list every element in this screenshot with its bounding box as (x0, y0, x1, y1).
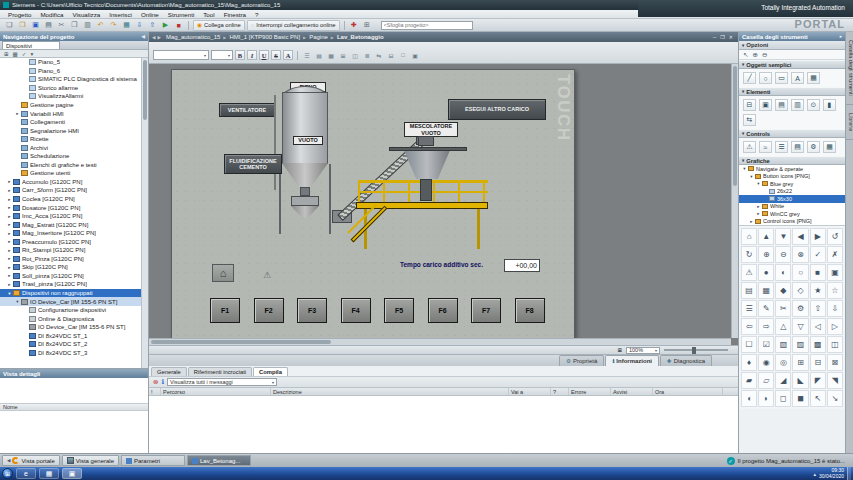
editor-restore-icon[interactable]: ❐ (720, 34, 724, 40)
toolbar-icon[interactable]: ▶ (160, 20, 171, 31)
graphic-thumbnail[interactable]: ◖ (741, 390, 757, 407)
tool-icon[interactable]: ⚠ (743, 141, 756, 153)
tempo-carico-io-field[interactable]: +00,00 (504, 259, 540, 272)
tree-toolbar-icon[interactable]: ▦ (13, 51, 18, 57)
toolbar-icon[interactable]: ▣ (30, 20, 41, 31)
project-search-input[interactable] (381, 21, 473, 30)
toolbar-icon[interactable]: ❒ (69, 20, 80, 31)
expand-arrow-icon[interactable]: ▸ (6, 214, 13, 219)
vista-portale-button[interactable]: ◀ Vista portale (2, 455, 60, 466)
ventilatore-button[interactable]: VENTILATORE (219, 103, 275, 117)
format-tool-icon[interactable]: ⊞ (338, 50, 348, 60)
tool-icon[interactable]: ⊙ (807, 99, 820, 111)
screen-editor-canvas[interactable]: TOUCH VENTILATORE PIENO VUOTO FLUIDIFICA… (149, 64, 738, 345)
function-key-button[interactable]: F3 (297, 298, 327, 323)
toolbar-icon[interactable]: ❐ (17, 20, 28, 31)
tree-item[interactable]: ▸ Carr_Sform [G120C PN] (0, 186, 142, 195)
graphics-tree-item[interactable]: 36x30 (739, 195, 845, 203)
menu-item[interactable]: Finestra (220, 11, 250, 18)
toolbar-icon[interactable]: ❏ (4, 20, 15, 31)
go-online-button[interactable]: ◉ Collega online (193, 20, 245, 31)
graphic-thumbnail[interactable]: ☑ (758, 336, 774, 353)
graphic-thumbnail[interactable]: ♦ (741, 354, 757, 371)
editor-minimize-icon[interactable]: ─ (713, 34, 717, 40)
home-button[interactable]: ⌂ (212, 264, 234, 282)
filter-icon[interactable]: ℹ (161, 378, 163, 386)
scrollbar-thumb[interactable] (151, 340, 331, 344)
tool-icon[interactable]: ╱ (743, 72, 756, 84)
inspector-tab[interactable]: ✚ Diagnostica (660, 355, 712, 366)
taskbar-app-button[interactable]: ▣ (62, 468, 82, 479)
menu-item[interactable]: Visualizza (68, 11, 104, 18)
tool-icon[interactable]: ▦ (823, 141, 836, 153)
expand-arrow-icon[interactable]: ▸ (6, 256, 13, 261)
collapse-right-icon[interactable]: ▸ (840, 34, 842, 39)
breadcrumb-item[interactable]: Lav_Betonaggio (336, 34, 385, 40)
section-grafiche[interactable]: ▾ Grafiche (739, 156, 845, 165)
graphics-tree-item[interactable]: ▾ Button icons [PNG] (739, 173, 845, 181)
tree-item[interactable]: ▸ Accumulo [G120C PN] (0, 178, 142, 187)
expand-arrow-icon[interactable]: ▸ (6, 179, 13, 184)
format-tool-icon[interactable]: ☰ (302, 50, 312, 60)
toolbar-icon[interactable]: ↷ (108, 20, 119, 31)
fluidificazione-button[interactable]: FLUIDIFICAZIONE CEMENTO (224, 154, 282, 174)
graphic-thumbnail[interactable]: ▤ (741, 282, 757, 299)
tree-item[interactable]: Storico allarme (0, 84, 142, 93)
menu-item[interactable]: Strumenti (164, 11, 198, 18)
inspector-subtab[interactable]: Riferimenti incrociati (188, 367, 252, 376)
toolbar-icon[interactable]: ✚ (349, 20, 360, 31)
bold-button[interactable]: B (235, 50, 245, 60)
filter-icon[interactable]: ⊗ (153, 378, 158, 386)
toolbox-options-bar[interactable]: ▾ Opzioni (739, 41, 845, 50)
graphic-thumbnail[interactable]: ⊟ (810, 354, 826, 371)
tree-item[interactable]: Schedulazione (0, 152, 142, 161)
italic-button[interactable]: I (247, 50, 257, 60)
graphic-thumbnail[interactable]: ▷ (827, 318, 843, 335)
tree-item[interactable]: VisualizzaAllarmi (0, 92, 142, 101)
graphic-thumbnail[interactable]: ⊗ (792, 246, 808, 263)
expand-arrow-icon[interactable]: ▾ (741, 166, 748, 171)
tree-item[interactable]: ▾ IO Device_Car [IM 155-6 PN ST] (0, 297, 142, 306)
message-table-body[interactable] (149, 396, 738, 453)
graphic-thumbnail[interactable]: ☆ (827, 282, 843, 299)
graphic-thumbnail[interactable]: ☐ (741, 336, 757, 353)
strikethrough-button[interactable]: S (271, 50, 281, 60)
expand-arrow-icon[interactable]: ▸ (755, 211, 762, 216)
function-key-button[interactable]: F6 (428, 298, 458, 323)
function-key-button[interactable]: F2 (254, 298, 284, 323)
font-color-button[interactable]: A (283, 50, 293, 60)
graphic-thumbnail[interactable]: ⇦ (741, 318, 757, 335)
graphic-thumbnail[interactable]: ↘ (827, 390, 843, 407)
section-oggetti-semplici[interactable]: ▾ Oggetti semplici (739, 60, 845, 69)
graphic-thumbnail[interactable]: ◇ (792, 282, 808, 299)
graphic-thumbnail[interactable]: ⊕ (758, 246, 774, 263)
expand-arrow-icon[interactable]: ▸ (6, 205, 13, 210)
show-desktop-button[interactable] (847, 467, 851, 480)
graphic-thumbnail[interactable]: ◀ (792, 228, 808, 245)
fit-view-icon[interactable]: ⊞ (617, 347, 622, 353)
tab-dispositivi[interactable]: Dispositivi (2, 41, 60, 49)
tray-expand-icon[interactable]: ▴ (813, 471, 816, 477)
graphic-thumbnail[interactable]: ◉ (758, 354, 774, 371)
toolbar-icon[interactable]: ↶ (95, 20, 106, 31)
tree-item[interactable]: Online & Diagnostica (0, 314, 142, 323)
breadcrumb-forward-icon[interactable]: ▶ (157, 35, 160, 40)
graphic-thumbnail[interactable]: ⊠ (827, 354, 843, 371)
tool-icon[interactable]: ▤ (791, 141, 804, 153)
graphic-thumbnail[interactable]: ▼ (775, 228, 791, 245)
scrollbar-thumb[interactable] (733, 66, 737, 186)
tree-item[interactable]: IO Device_Car [IM 155-6 PN ST] (0, 323, 142, 332)
tool-icon[interactable]: A (791, 72, 804, 84)
toolbar-icon[interactable]: ⇧ (147, 20, 158, 31)
graphic-thumbnail[interactable]: ▧ (775, 336, 791, 353)
tree-item[interactable]: ▸ Variabili HMI (0, 109, 142, 118)
graphics-tree-item[interactable]: ▸ WinCC grey (739, 210, 845, 218)
expand-arrow-icon[interactable]: ▸ (6, 282, 13, 287)
graphic-thumbnail[interactable]: ⇧ (810, 300, 826, 317)
tree-toolbar-icon[interactable]: ▾ (30, 51, 33, 57)
mixer-body[interactable] (400, 151, 454, 179)
tree-item[interactable]: DI 8x24VDC ST_3 (0, 349, 142, 358)
graphic-thumbnail[interactable]: ⚙ (792, 300, 808, 317)
tree-item[interactable]: Elenchi di grafiche e testi (0, 161, 142, 170)
format-tool-icon[interactable]: ▣ (410, 50, 420, 60)
